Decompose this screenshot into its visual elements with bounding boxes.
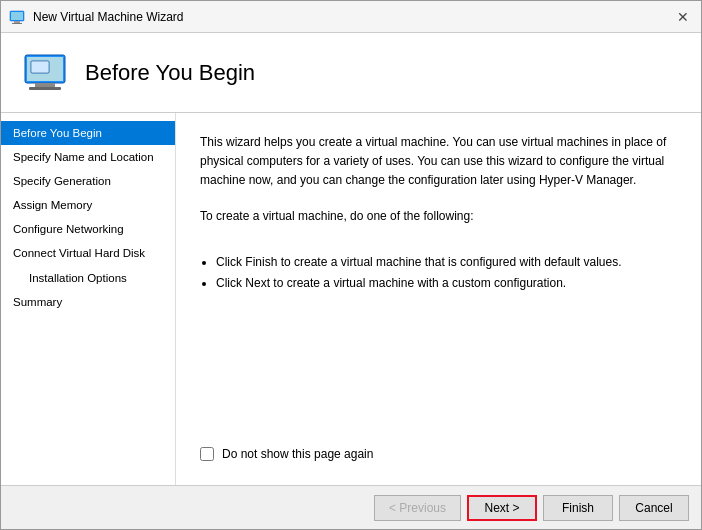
sidebar-item-configure-networking[interactable]: Configure Networking (1, 217, 175, 241)
sidebar-item-connect-virtual-hard-disk[interactable]: Connect Virtual Hard Disk (1, 241, 175, 265)
wizard-window: New Virtual Machine Wizard ✕ Before You … (0, 0, 702, 530)
svg-rect-6 (35, 83, 55, 87)
sidebar-item-specify-generation[interactable]: Specify Generation (1, 169, 175, 193)
wizard-body: Before You BeginSpecify Name and Locatio… (1, 113, 701, 485)
sidebar-item-before-you-begin[interactable]: Before You Begin (1, 121, 175, 145)
window-icon (9, 9, 25, 25)
previous-button[interactable]: < Previous (374, 495, 461, 521)
finish-button[interactable]: Finish (543, 495, 613, 521)
svg-rect-9 (32, 62, 48, 72)
sidebar-item-installation-options[interactable]: Installation Options (1, 266, 175, 290)
wizard-sidebar: Before You BeginSpecify Name and Locatio… (1, 113, 176, 485)
do-not-show-checkbox[interactable] (200, 447, 214, 461)
content-list: Click Finish to create a virtual machine… (216, 252, 677, 295)
content-paragraph1: This wizard helps you create a virtual m… (200, 133, 677, 191)
list-item-1: Click Finish to create a virtual machine… (216, 252, 677, 274)
sidebar-item-assign-memory[interactable]: Assign Memory (1, 193, 175, 217)
sidebar-item-summary[interactable]: Summary (1, 290, 175, 314)
title-bar: New Virtual Machine Wizard ✕ (1, 1, 701, 33)
do-not-show-checkbox-area: Do not show this page again (200, 447, 677, 461)
svg-rect-3 (12, 23, 22, 24)
wizard-footer: < Previous Next > Finish Cancel (1, 485, 701, 529)
svg-rect-1 (11, 12, 23, 20)
sidebar-item-specify-name-location[interactable]: Specify Name and Location (1, 145, 175, 169)
next-button[interactable]: Next > (467, 495, 537, 521)
wizard-header: Before You Begin (1, 33, 701, 113)
window-title: New Virtual Machine Wizard (33, 10, 673, 24)
svg-rect-7 (29, 87, 61, 90)
cancel-button[interactable]: Cancel (619, 495, 689, 521)
virtual-machine-icon (21, 49, 69, 97)
svg-rect-2 (14, 21, 20, 23)
list-item-2: Click Next to create a virtual machine w… (216, 273, 677, 295)
wizard-header-title: Before You Begin (85, 60, 255, 86)
content-paragraph2: To create a virtual machine, do one of t… (200, 207, 677, 226)
do-not-show-label[interactable]: Do not show this page again (222, 447, 373, 461)
close-button[interactable]: ✕ (673, 7, 693, 27)
wizard-content: This wizard helps you create a virtual m… (176, 113, 701, 485)
